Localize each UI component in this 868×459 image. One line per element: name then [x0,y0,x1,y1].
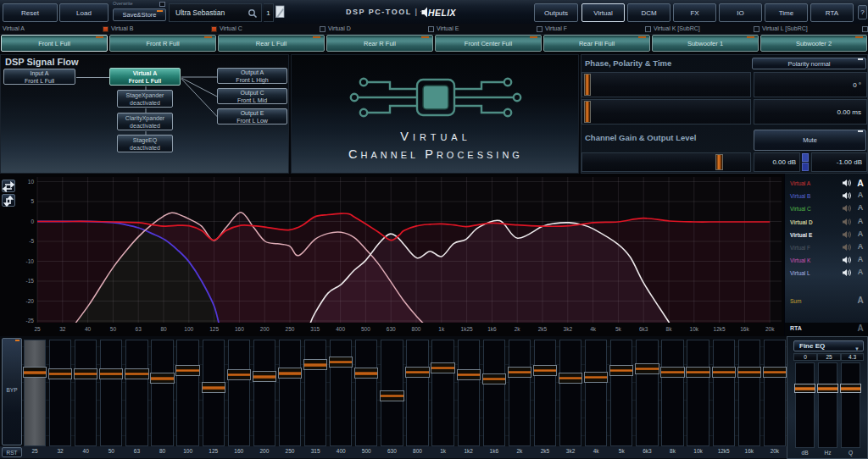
svg-text:200: 200 [260,326,270,332]
svg-text:-25: -25 [26,318,35,324]
svg-text:500: 500 [361,326,370,332]
svg-text:5: 5 [31,198,34,204]
svg-text:0: 0 [31,218,34,224]
svg-text:800: 800 [412,326,421,332]
svg-text:-5: -5 [29,238,34,244]
svg-text:20k: 20k [765,326,775,332]
svg-text:63: 63 [136,326,142,332]
svg-text:HELIX: HELIX [428,8,457,18]
svg-text:8k: 8k [666,326,673,332]
svg-text:630: 630 [387,326,396,332]
svg-text:1k: 1k [438,326,445,332]
svg-text:2k5: 2k5 [538,326,548,332]
svg-text:-10: -10 [26,258,35,264]
svg-text:125: 125 [209,326,219,332]
svg-text:25: 25 [34,326,41,332]
svg-text:50: 50 [110,326,117,332]
svg-text:80: 80 [160,326,167,332]
svg-text:4k: 4k [590,326,597,332]
svg-text:315: 315 [310,326,320,332]
svg-text:-20: -20 [26,298,35,304]
svg-text:1k6: 1k6 [487,326,497,332]
svg-text:10: 10 [28,179,35,185]
svg-text:2k: 2k [515,326,521,332]
svg-text:12k5: 12k5 [714,326,726,332]
svg-text:32: 32 [59,326,66,332]
svg-text:5k: 5k [615,326,622,332]
svg-text:100: 100 [184,326,193,332]
svg-text:1k25: 1k25 [461,326,473,332]
svg-text:160: 160 [235,326,244,332]
svg-text:3k2: 3k2 [564,326,573,332]
svg-text:-15: -15 [26,278,35,284]
svg-text:250: 250 [286,326,295,332]
svg-text:40: 40 [85,326,92,332]
svg-text:10k: 10k [690,326,699,332]
svg-text:16k: 16k [740,326,749,332]
svg-text:400: 400 [336,326,345,332]
svg-text:6k3: 6k3 [639,326,648,332]
